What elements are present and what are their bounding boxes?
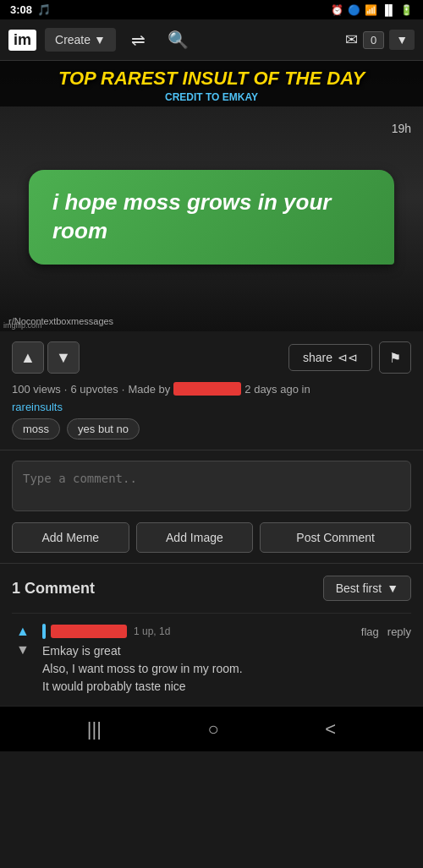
comment-upvote-button[interactable]: ▲: [16, 624, 30, 639]
comment-downvote-button[interactable]: ▼: [16, 642, 30, 658]
meme-image: TOP RAREST INSULT OF THE DAY CREDIT TO E…: [0, 61, 423, 331]
sort-label: Best first: [336, 581, 382, 595]
comment-text: Emkay is greatAlso, I want moss to grow …: [42, 642, 411, 696]
mail-icon: ✉: [345, 30, 358, 49]
meme-timestamp: 19h: [392, 122, 411, 135]
flag-icon: ⚑: [389, 350, 401, 366]
meme-title-overlay: TOP RAREST INSULT OF THE DAY CREDIT TO E…: [0, 61, 423, 106]
create-button[interactable]: Create ▼: [45, 28, 116, 52]
author-name-redacted: [173, 382, 241, 396]
meme-title: TOP RAREST INSULT OF THE DAY: [8, 68, 415, 90]
meme-bubble: i hope moss grows in your room: [29, 170, 394, 265]
avatar-bar: [42, 624, 46, 639]
wifi-icon: 📶: [365, 4, 377, 16]
share-icon: ⊲⊲: [338, 351, 358, 364]
meme-container: TOP RAREST INSULT OF THE DAY CREDIT TO E…: [0, 61, 423, 331]
chevron-down-icon: ▼: [94, 33, 106, 46]
community-link[interactable]: rareinsults: [12, 401, 63, 413]
bottom-nav: ||| ○ <: [0, 706, 423, 751]
tag-yes-but-no[interactable]: yes but no: [67, 418, 140, 439]
community-row: rareinsults: [12, 401, 411, 413]
comment-meta: 1 up, 1d: [134, 625, 170, 637]
home-button[interactable]: ○: [191, 712, 236, 747]
spotify-icon: 🎵: [37, 3, 51, 16]
post-comment-button[interactable]: Post Comment: [260, 522, 411, 553]
comment-vote-col: ▲ ▼: [12, 624, 34, 696]
comment-textarea[interactable]: [12, 461, 411, 511]
dropdown-button[interactable]: ▼: [389, 30, 415, 50]
menu-button[interactable]: |||: [70, 712, 118, 747]
tags-row: moss yes but no: [12, 418, 411, 439]
comment-avatar: [42, 624, 127, 639]
views-count: 100 views: [12, 383, 61, 396]
vote-share-row: ▲ ▼ share ⊲⊲ ⚑: [12, 341, 411, 374]
notification-count: 0: [363, 31, 384, 49]
comment-actions: flag reply: [361, 625, 411, 638]
meme-bubble-text: i hope moss grows in your room: [52, 189, 331, 243]
sort-dropdown[interactable]: Best first ▼: [323, 576, 411, 601]
add-image-button[interactable]: Add Image: [136, 522, 254, 553]
logo-text: im: [14, 31, 31, 48]
notification-area: ✉ 0 ▼: [345, 30, 415, 50]
comment-flag-link[interactable]: flag: [361, 625, 379, 638]
menu-icon: |||: [87, 718, 102, 740]
made-by-label: Made by: [128, 383, 170, 396]
share-button[interactable]: share ⊲⊲: [288, 344, 372, 371]
imgflip-credit: imgflip.com: [3, 321, 42, 330]
commenter-name-redacted: [51, 625, 127, 638]
meta-row: 100 views · 6 upvotes · Made by 2 days a…: [12, 382, 411, 396]
comment-body: 1 up, 1d flag reply Emkay is greatAlso, …: [42, 624, 411, 696]
comment-buttons: Add Meme Add Image Post Comment: [12, 522, 411, 553]
add-meme-button[interactable]: Add Meme: [12, 522, 129, 553]
comment-item: ▲ ▼ 1 up, 1d flag reply Emkay is greatAl…: [12, 613, 411, 706]
status-bar: 3:08 🎵 ⏰ 🔵 📶 ▐▌ 🔋: [0, 0, 423, 19]
alarm-icon: ⏰: [331, 4, 343, 16]
comments-section: 1 Comment Best first ▼ ▲ ▼ 1 up, 1d flag…: [0, 564, 423, 706]
action-bar: ▲ ▼ share ⊲⊲ ⚑ 100 views · 6 upvotes · M…: [0, 331, 423, 450]
days-ago-label: 2 days ago in: [244, 383, 310, 396]
status-left: 3:08 🎵: [10, 3, 51, 16]
comment-input-area: Add Meme Add Image Post Comment: [0, 450, 423, 564]
vote-buttons: ▲ ▼: [12, 341, 80, 374]
comments-header: 1 Comment Best first ▼: [12, 576, 411, 601]
back-button[interactable]: <: [308, 712, 353, 747]
comment-user-row: 1 up, 1d flag reply: [42, 624, 411, 639]
comments-count: 1 Comment: [12, 580, 95, 598]
upvotes-count: 6 upvotes: [70, 383, 118, 396]
back-icon: <: [325, 718, 336, 740]
status-right: ⏰ 🔵 📶 ▐▌ 🔋: [331, 4, 413, 16]
home-icon: ○: [208, 718, 219, 740]
search-button[interactable]: 🔍: [161, 26, 195, 53]
logo: im: [8, 30, 36, 51]
upvote-button[interactable]: ▲: [12, 341, 44, 374]
share-label: share: [303, 351, 332, 364]
comment-reply-link[interactable]: reply: [387, 625, 411, 638]
chevron-down-icon: ▼: [387, 581, 398, 595]
bluetooth-icon: 🔵: [348, 4, 360, 16]
time-display: 3:08: [10, 3, 32, 16]
tag-moss[interactable]: moss: [12, 418, 60, 439]
flag-button[interactable]: ⚑: [379, 341, 411, 374]
signal-icon: ▐▌: [382, 4, 396, 16]
create-label: Create: [55, 33, 91, 46]
meme-bubble-area: i hope moss grows in your room: [8, 137, 415, 298]
meme-credit: CREDIT TO EMKAY: [8, 91, 415, 103]
battery-icon: 🔋: [400, 4, 413, 16]
downvote-button[interactable]: ▼: [47, 341, 80, 374]
shuffle-button[interactable]: ⇌: [124, 26, 152, 53]
top-nav: im Create ▼ ⇌ 🔍 ✉ 0 ▼: [0, 19, 423, 61]
